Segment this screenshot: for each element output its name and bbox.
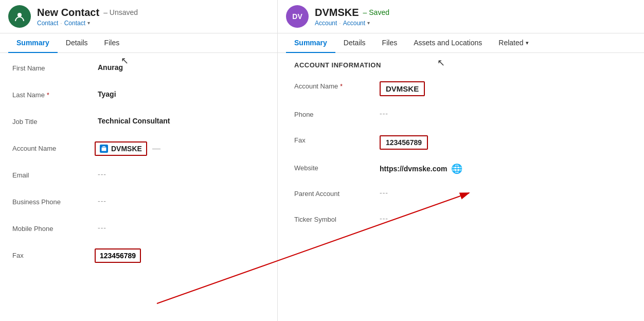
right-panel-header: DV DVMSKE – Saved Account · Account ▾ (278, 0, 644, 33)
value-business-phone[interactable]: --- (95, 195, 265, 207)
required-star-right-account: * (340, 83, 343, 90)
required-star-last-name: * (47, 92, 49, 99)
left-breadcrumb: Contact · Contact ▾ (37, 20, 138, 27)
label-mobile-phone: Mobile Phone (12, 222, 95, 233)
label-first-name: First Name (12, 61, 95, 72)
left-avatar (8, 5, 31, 28)
left-breadcrumb-2[interactable]: Contact (64, 20, 85, 27)
field-row-job-title: Job Title Technical Consultant (12, 115, 265, 131)
field-row-first-name: First Name Anurag (12, 61, 265, 78)
value-email[interactable]: --- (95, 168, 265, 181)
right-field-row-phone: Phone --- (294, 108, 628, 124)
label-business-phone: Business Phone (12, 195, 95, 206)
value-last-name[interactable]: Tyagi (95, 88, 265, 100)
tab-files-right[interactable]: Files (374, 33, 406, 53)
right-value-parent-account[interactable]: --- (377, 187, 628, 199)
svg-point-0 (17, 13, 22, 17)
right-field-row-ticker: Ticker Symbol --- (294, 212, 628, 229)
right-avatar: DV (286, 5, 309, 28)
left-panel-header: New Contact – Unsaved Contact · Contact … (0, 0, 277, 33)
account-name-field[interactable]: DVMSKE (95, 141, 147, 156)
left-title: New Contact – Unsaved (37, 7, 138, 19)
right-value-ticker[interactable]: --- (377, 212, 628, 225)
right-field-row-account-name: Account Name * DVMSKE (294, 79, 628, 98)
right-breadcrumb-1[interactable]: Account (315, 20, 337, 27)
field-row-email: Email --- (12, 168, 265, 185)
right-label-parent-account: Parent Account (294, 187, 377, 198)
right-field-row-fax: Fax 123456789 (294, 133, 628, 152)
right-title: DVMSKE – Saved (315, 7, 389, 19)
left-form-area: First Name Anurag Last Name * Tyagi Job … (0, 53, 277, 321)
website-text: https://dvmske.com (380, 165, 447, 173)
tab-summary-right[interactable]: Summary (286, 33, 335, 53)
value-first-name[interactable]: Anurag (95, 61, 265, 74)
field-row-fax-left: Fax 123456789 (12, 248, 265, 265)
right-field-row-website: Website https://dvmske.com 🌐 (294, 161, 628, 177)
field-row-mobile-phone: Mobile Phone --- (12, 222, 265, 238)
left-status: – Unsaved (103, 8, 138, 16)
value-job-title[interactable]: Technical Consultant (95, 115, 265, 127)
tab-related-chevron: ▾ (526, 40, 529, 46)
right-header-info: DVMSKE – Saved Account · Account ▾ (315, 7, 389, 27)
account-name-dash: — (152, 144, 160, 153)
account-icon (100, 145, 108, 153)
right-label-fax: Fax (294, 133, 377, 144)
label-fax-left: Fax (12, 248, 95, 259)
account-name-value: DVMSKE (111, 145, 142, 153)
right-field-row-parent-account: Parent Account --- (294, 187, 628, 203)
tab-assets-locations[interactable]: Assets and Locations (405, 33, 490, 53)
left-breadcrumb-chevron: ▾ (87, 20, 90, 26)
right-form-area: ACCOUNT INFORMATION Account Name * DVMSK… (278, 53, 644, 321)
right-breadcrumb-chevron: ▾ (367, 20, 370, 26)
right-label-phone: Phone (294, 108, 377, 118)
globe-icon: 🌐 (451, 163, 462, 174)
right-label-website: Website (294, 161, 377, 172)
fax-value-right: 123456789 (380, 135, 428, 150)
right-value-website[interactable]: https://dvmske.com 🌐 (377, 161, 628, 176)
field-row-account-name: Account Name DVMSKE — (12, 141, 265, 158)
right-value-account-name[interactable]: DVMSKE (377, 79, 628, 98)
right-tabs: Summary Details Files Assets and Locatio… (278, 33, 644, 53)
label-last-name: Last Name * (12, 88, 95, 99)
right-label-ticker: Ticker Symbol (294, 212, 377, 223)
value-mobile-phone[interactable]: --- (95, 222, 265, 234)
right-value-phone[interactable]: --- (377, 108, 628, 120)
svg-rect-1 (101, 147, 106, 151)
right-breadcrumb: Account · Account ▾ (315, 20, 389, 27)
fax-value-left[interactable]: 123456789 (95, 248, 141, 263)
tab-files-left[interactable]: Files (96, 33, 128, 53)
left-header-info: New Contact – Unsaved Contact · Contact … (37, 7, 138, 27)
label-job-title: Job Title (12, 115, 95, 126)
field-row-last-name: Last Name * Tyagi (12, 88, 265, 104)
field-row-business-phone: Business Phone --- (12, 195, 265, 211)
dvmske-value: DVMSKE (380, 81, 425, 96)
tab-summary-left[interactable]: Summary (8, 33, 58, 53)
tab-related[interactable]: Related ▾ (490, 33, 536, 53)
tab-details-left[interactable]: Details (58, 33, 96, 53)
right-value-fax[interactable]: 123456789 (377, 133, 628, 152)
right-title-text: DVMSKE (315, 7, 359, 19)
right-status: – Saved (363, 8, 389, 16)
left-tabs: Summary Details Files (0, 33, 277, 53)
right-breadcrumb-2[interactable]: Account (343, 20, 365, 27)
left-breadcrumb-1[interactable]: Contact (37, 20, 58, 27)
tab-details-right[interactable]: Details (335, 33, 374, 53)
label-email: Email (12, 168, 95, 179)
label-account-name: Account Name (12, 141, 95, 152)
section-heading-account-info: ACCOUNT INFORMATION (294, 61, 628, 69)
right-label-account-name: Account Name * (294, 79, 377, 90)
left-title-text: New Contact (37, 7, 99, 19)
